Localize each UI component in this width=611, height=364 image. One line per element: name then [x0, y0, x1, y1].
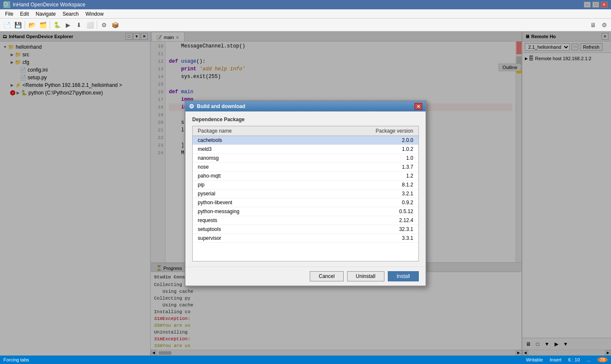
- status-left-text: Forcing tabs: [3, 357, 29, 362]
- modal-overlay: ⚙ Build and download ✕ Dependence Packag…: [0, 31, 611, 356]
- package-name-cell: python-libevent: [193, 198, 310, 207]
- toolbar-sep-3: [97, 21, 97, 29]
- toolbar-folder[interactable]: 🗂️: [38, 20, 48, 30]
- toolbar-remote2[interactable]: ⚙: [599, 20, 609, 30]
- toolbar-sep-1: [25, 21, 25, 29]
- table-row[interactable]: paho-mqtt1.2: [193, 172, 418, 181]
- modal-table-container: Package name Package version cachetools2…: [192, 126, 419, 261]
- modal-footer: Cancel Uninstall Install: [185, 267, 426, 286]
- window-controls: ─ □ ✕: [584, 2, 608, 8]
- status-position: 6 : 10: [568, 357, 580, 362]
- modal-title-bar: ⚙ Build and download ✕: [185, 101, 426, 111]
- title-bar: ⬡ InHand OpenDevice Workspace ─ □ ✕: [0, 0, 611, 9]
- package-name-cell: requests: [193, 216, 310, 225]
- table-row[interactable]: python-libevent0.9.2: [193, 198, 418, 207]
- col-package-version: Package version: [310, 126, 418, 136]
- status-right: Writable Insert 6 : 10 ... 78: [526, 357, 608, 362]
- toolbar-remote1[interactable]: 🖥: [588, 20, 598, 30]
- package-name-cell: nanomsg: [193, 154, 310, 163]
- package-name-cell: pip: [193, 181, 310, 189]
- maximize-button[interactable]: □: [592, 2, 599, 8]
- package-version-cell: 0.9.2: [310, 198, 418, 207]
- package-name-cell: cachetools: [193, 136, 310, 145]
- package-version-cell: 1.0.2: [310, 145, 418, 154]
- toolbar-sep-2: [50, 21, 50, 29]
- toolbar-deploy[interactable]: 📦: [110, 20, 120, 30]
- install-button[interactable]: Install: [388, 271, 419, 281]
- table-row[interactable]: nose1.3.7: [193, 163, 418, 172]
- toolbar-open[interactable]: 📂: [27, 20, 37, 30]
- modal-close-button[interactable]: ✕: [415, 103, 422, 110]
- toolbar-download[interactable]: ⬇: [74, 20, 84, 30]
- package-name-cell: pyserial: [193, 189, 310, 198]
- status-bar: Forcing tabs Writable Insert 6 : 10 ... …: [0, 356, 611, 364]
- status-writable: Writable: [526, 357, 543, 362]
- package-name-cell: meld3: [193, 145, 310, 154]
- modal-body: Dependence Package Package name Package …: [185, 111, 426, 267]
- table-row[interactable]: supervisor3.3.1: [193, 234, 418, 243]
- table-header-row: Package name Package version: [193, 126, 418, 136]
- package-name-cell: paho-mqtt: [193, 172, 310, 181]
- package-version-cell: 2.12.4: [310, 216, 418, 225]
- package-name-cell: supervisor: [193, 234, 310, 243]
- menu-navigate[interactable]: Navigate: [32, 10, 59, 18]
- table-row[interactable]: requests2.12.4: [193, 216, 418, 225]
- package-version-cell: 3.2.1: [310, 189, 418, 198]
- toolbar-build[interactable]: ⚙: [99, 20, 109, 30]
- packages-tbody: cachetools2.0.0meld31.0.2nanomsg1.0nose1…: [193, 136, 418, 243]
- package-version-cell: 0.5.12: [310, 207, 418, 216]
- menu-bar: File Edit Navigate Search Window: [0, 9, 611, 19]
- toolbar-save[interactable]: 💾: [13, 20, 23, 30]
- table-row[interactable]: meld31.0.2: [193, 145, 418, 154]
- minimize-button[interactable]: ─: [584, 2, 591, 8]
- package-version-cell: 8.1.2: [310, 181, 418, 189]
- package-version-cell: 32.3.1: [310, 225, 418, 234]
- close-button[interactable]: ✕: [601, 2, 608, 8]
- menu-window[interactable]: Window: [82, 10, 107, 18]
- col-package-name: Package name: [193, 126, 310, 136]
- package-name-cell: setuptools: [193, 225, 310, 234]
- table-row[interactable]: pip8.1.2: [193, 181, 418, 189]
- menu-file[interactable]: File: [2, 10, 17, 18]
- modal-title-icon: ⚙: [189, 103, 194, 110]
- uninstall-button[interactable]: Uninstall: [347, 271, 384, 281]
- toolbar-stop[interactable]: ⬜: [85, 20, 95, 30]
- app-icon: ⬡: [3, 1, 10, 8]
- status-dots: ...: [587, 357, 591, 362]
- table-row[interactable]: pyserial3.2.1: [193, 189, 418, 198]
- modal-title: Build and download: [197, 103, 245, 109]
- table-row[interactable]: cachetools2.0.0: [193, 136, 418, 145]
- main-layout: 🗂 InHand OpenDevice Explorer □ ▼ ✕ ▼ 📁 h…: [0, 31, 611, 356]
- modal-section-title: Dependence Package: [192, 117, 419, 122]
- packages-table: Package name Package version cachetools2…: [193, 126, 418, 243]
- menu-edit[interactable]: Edit: [17, 10, 32, 18]
- toolbar-python[interactable]: 🐍: [52, 20, 62, 30]
- toolbar-right: 🖥 ⚙: [588, 20, 609, 30]
- package-version-cell: 3.3.1: [310, 234, 418, 243]
- build-download-modal: ⚙ Build and download ✕ Dependence Packag…: [185, 100, 426, 286]
- toolbar-new[interactable]: 📄: [2, 20, 12, 30]
- menu-search[interactable]: Search: [59, 10, 82, 18]
- package-version-cell: 1.2: [310, 172, 418, 181]
- package-name-cell: python-messaging: [193, 207, 310, 216]
- table-row[interactable]: setuptools32.3.1: [193, 225, 418, 234]
- package-version-cell: 1.0: [310, 154, 418, 163]
- status-insert: Insert: [550, 357, 562, 362]
- status-badge: 78: [597, 357, 608, 362]
- app-title: InHand OpenDevice Workspace: [13, 2, 85, 8]
- package-version-cell: 2.0.0: [310, 136, 418, 145]
- package-version-cell: 1.3.7: [310, 163, 418, 172]
- toolbar-run[interactable]: ▶: [63, 20, 73, 30]
- table-row[interactable]: python-messaging0.5.12: [193, 207, 418, 216]
- cancel-button[interactable]: Cancel: [310, 271, 343, 281]
- table-row[interactable]: nanomsg1.0: [193, 154, 418, 163]
- package-name-cell: nose: [193, 163, 310, 172]
- toolbar: 📄 💾 📂 🗂️ 🐍 ▶ ⬇ ⬜ ⚙ 📦 🖥 ⚙: [0, 19, 611, 31]
